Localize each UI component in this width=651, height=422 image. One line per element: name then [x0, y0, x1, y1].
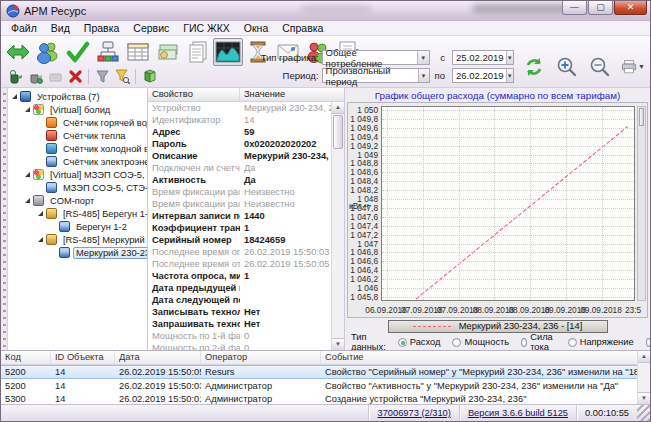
property-scrollbar[interactable]: ▲ ▼ — [331, 102, 344, 350]
log-row[interactable]: 52001426.02.2019 15:50:05ResursСвойство … — [1, 365, 637, 379]
property-row[interactable]: Мощность по 1-й фазе...0 — [148, 330, 331, 342]
data-type-option-0[interactable]: Расход — [398, 337, 441, 347]
zoom-out-button[interactable] — [588, 55, 612, 79]
tree-item[interactable]: Счётчик электроэнергии — [8, 155, 147, 168]
menu-item-5[interactable]: Окна — [237, 22, 275, 34]
zoom-in-button[interactable] — [555, 55, 579, 79]
tree-item[interactable]: Счётчик холодной воды — [8, 142, 147, 155]
sync-devices-button[interactable] — [3, 38, 33, 66]
topology-button[interactable] — [93, 38, 123, 66]
tree-item[interactable]: Меркурий 230-234, 236 — [8, 246, 147, 259]
radio-button-icon[interactable] — [521, 338, 527, 347]
property-row[interactable]: АктивностьДа — [148, 174, 331, 186]
splitter-grip[interactable] — [1, 88, 8, 350]
date-to-picker[interactable]: 26.02.2019▼ — [452, 68, 514, 83]
expander-icon[interactable] — [37, 210, 45, 218]
database-button[interactable] — [139, 67, 159, 85]
menu-item-3[interactable]: Сервис — [126, 22, 176, 34]
add-device-button[interactable] — [5, 67, 25, 85]
property-row[interactable]: Пароль0x020202020202 — [148, 138, 331, 150]
menu-item-6[interactable]: Справка — [275, 22, 330, 34]
refresh-button[interactable] — [522, 55, 546, 79]
delete-device-button[interactable] — [65, 67, 85, 85]
tree-item[interactable]: Устройства (7) — [8, 90, 147, 103]
property-row[interactable]: Последнее время опроса26.02.2019 15:50:0… — [148, 246, 331, 258]
graph-type-select[interactable]: Общее потребление▼ — [322, 50, 430, 65]
log-column-header[interactable]: Оператор — [201, 351, 321, 364]
property-row[interactable]: Адрес59 — [148, 126, 331, 138]
table-view-button[interactable] — [123, 38, 153, 66]
menu-item-2[interactable]: Правка — [77, 22, 126, 34]
radio-button-icon[interactable] — [398, 338, 407, 347]
property-row[interactable]: Время фиксации раско...Неизвестно — [148, 186, 331, 198]
filter-button[interactable] — [92, 67, 112, 85]
expander-icon[interactable] — [11, 93, 19, 101]
property-row[interactable]: Коэффициент трансфо...1 — [148, 222, 331, 234]
reports-button[interactable] — [183, 38, 213, 66]
edit-device-button[interactable] — [45, 67, 65, 85]
tree-item[interactable]: Счётчик тепла — [8, 129, 147, 142]
scroll-up-icon[interactable]: ▲ — [332, 102, 344, 114]
tree-item[interactable]: [Virtual] болид — [8, 103, 147, 116]
property-row[interactable]: Последнее время ответа26.02.2019 15:50:0… — [148, 258, 331, 270]
property-row[interactable]: Дата предыдущей пов... — [148, 282, 331, 294]
menu-item-1[interactable]: Вид — [44, 22, 77, 34]
tree-item[interactable]: [RS-485] Берегун 1-2 — [8, 207, 147, 220]
menu-item-0[interactable]: Файл — [4, 22, 44, 34]
print-button[interactable]: ▼ — [621, 55, 645, 79]
property-row[interactable]: Записывать технологи...Нет — [148, 306, 331, 318]
value-column-header[interactable]: Значение — [240, 88, 344, 101]
tree-item[interactable]: Счётчик горячей воды — [8, 116, 147, 129]
radio-button-icon[interactable] — [646, 338, 650, 347]
tree-item[interactable]: [RS-485] Меркурий 230-234, 236 — [8, 233, 147, 246]
chart-scrollbar[interactable] — [637, 106, 646, 301]
expander-icon[interactable] — [24, 171, 32, 179]
log-column-header[interactable]: Дата — [115, 351, 201, 364]
expander-icon[interactable] — [24, 197, 32, 205]
tree-item[interactable]: МЗЭП СОЭ-5, СТЭ-561 — [8, 181, 147, 194]
log-column-header[interactable]: ID Объекта — [51, 351, 115, 364]
data-type-option-1[interactable]: Мощность — [452, 337, 509, 347]
tree-item[interactable]: COM-порт — [8, 194, 147, 207]
user-groups-button[interactable] — [33, 38, 63, 66]
period-select[interactable]: Произвольный период▼ — [322, 68, 430, 83]
data-type-option-2[interactable]: Сила тока — [521, 332, 556, 350]
property-row[interactable]: Интервал записи пока...1440 — [148, 210, 331, 222]
scroll-down-icon[interactable]: ▼ — [332, 338, 344, 350]
property-row[interactable]: УстройствоМеркурий 230-234, 236 — [148, 102, 331, 114]
menu-item-4[interactable]: ГИС ЖКХ — [176, 22, 237, 34]
log-column-header[interactable]: Событие — [321, 351, 650, 364]
log-row[interactable]: 53001426.02.2019 15:50:01АдминистраторСо… — [1, 392, 637, 404]
charts-button[interactable] — [213, 38, 243, 66]
property-row[interactable]: Частота опроса, минуты1 — [148, 270, 331, 282]
radio-button-icon[interactable] — [568, 338, 577, 347]
property-row[interactable]: Мощность по 2-й фазе...0 — [148, 342, 331, 350]
property-row[interactable]: Подключен ли счетчикДа — [148, 162, 331, 174]
maximize-button[interactable]: ▢ — [588, 1, 613, 15]
scroll-thumb[interactable] — [639, 108, 644, 126]
filter-search-button[interactable] — [112, 67, 132, 85]
tree-item[interactable]: Берегун 1-2 — [8, 220, 147, 233]
property-row[interactable]: Дата следующей пове... — [148, 294, 331, 306]
scroll-down-icon[interactable]: ▼ — [638, 392, 650, 404]
close-button[interactable]: ✕ — [614, 1, 647, 15]
scroll-thumb[interactable] — [333, 115, 343, 149]
tree-item[interactable]: [Virtual] МЗЭП СОЭ-5, СТЭ-561 — [8, 168, 147, 181]
data-type-option-4[interactable]: Угол между фазами — [646, 327, 650, 350]
radio-button-icon[interactable] — [452, 338, 461, 347]
minimize-button[interactable]: — — [562, 1, 587, 15]
log-row[interactable]: 52001426.02.2019 15:50:03АдминистраторСв… — [1, 379, 637, 392]
property-row[interactable]: Запрашивать техноло...Нет — [148, 318, 331, 330]
expander-icon[interactable] — [37, 236, 45, 244]
date-from-picker[interactable]: 25.02.2019▼ — [452, 50, 514, 65]
scroll-up-icon[interactable]: ▲ — [638, 351, 650, 363]
data-type-option-3[interactable]: Напряжение — [568, 337, 634, 347]
log-column-header[interactable]: Код — [1, 351, 51, 364]
property-row[interactable]: ОписаниеМеркурий 230-234, 236 — [148, 150, 331, 162]
add-child-device-button[interactable] — [25, 67, 45, 85]
log-scrollbar[interactable]: ▲ ▼ — [637, 351, 650, 404]
property-row[interactable]: Серийный номер18424659 — [148, 234, 331, 246]
resize-grip[interactable] — [637, 405, 650, 421]
confirm-button[interactable] — [63, 38, 93, 66]
property-row[interactable]: Идентификатор14 — [148, 114, 331, 126]
